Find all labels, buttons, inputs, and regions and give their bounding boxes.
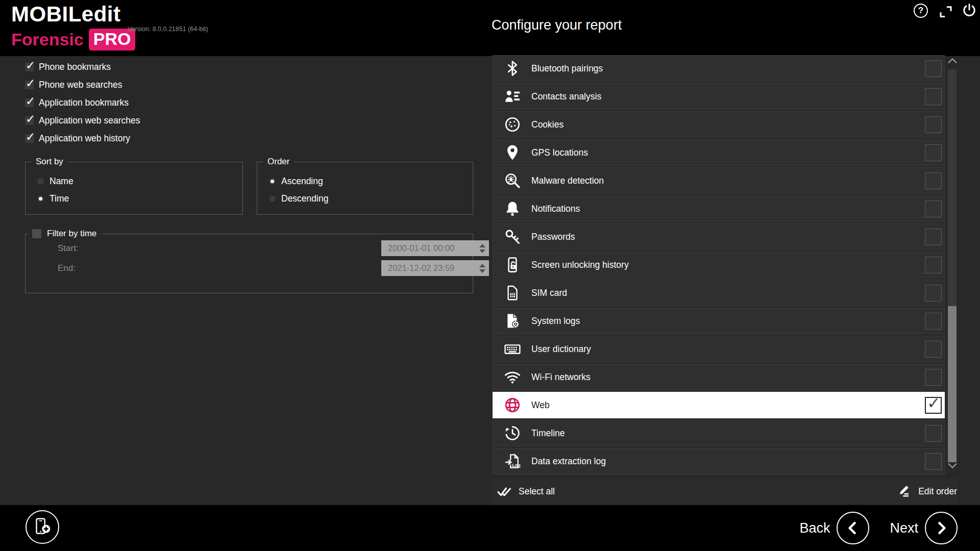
scroll-down-button[interactable]	[947, 462, 958, 472]
report-item-user-dictionary[interactable]: User dictionary	[493, 336, 945, 362]
report-item-label: SIM card	[531, 288, 567, 298]
option-row-phone-bookmarks[interactable]: Phone bookmarks	[25, 58, 140, 76]
report-item-label: Bluetooth pairings	[531, 63, 603, 74]
radio-button[interactable]	[37, 195, 44, 202]
report-item-web[interactable]: Web	[493, 392, 945, 418]
stepper-up-icon[interactable]	[479, 264, 485, 267]
report-item-malware-detection[interactable]: Malware detection	[493, 167, 945, 194]
report-item-checkbox[interactable]	[925, 313, 942, 330]
report-item-label: Notifications	[531, 204, 580, 214]
radio-label: Ascending	[281, 176, 323, 187]
radio-button[interactable]	[269, 178, 276, 185]
report-item-label: Screen unlocking history	[531, 260, 629, 270]
end-date-stepper[interactable]	[476, 260, 489, 276]
report-item-checkbox[interactable]	[925, 144, 942, 161]
chevron-right-icon	[933, 519, 950, 537]
report-item-checkbox[interactable]	[925, 88, 942, 105]
radio-label: Name	[50, 176, 74, 187]
dictionary-icon	[503, 339, 522, 359]
svg-text:Log: Log	[512, 463, 520, 468]
report-item-checkbox[interactable]	[925, 453, 942, 470]
start-date-field[interactable]: 2000-01-01 00:00	[381, 240, 489, 256]
back-label: Back	[799, 520, 830, 536]
radio-option-time[interactable]: Time	[37, 193, 69, 204]
start-date-stepper[interactable]	[476, 240, 489, 256]
radio-button[interactable]	[269, 195, 276, 202]
report-item-checkbox[interactable]	[925, 425, 942, 442]
power-button[interactable]	[962, 3, 977, 18]
report-item-system-logs[interactable]: System logs	[493, 308, 945, 334]
checkbox[interactable]	[25, 81, 34, 89]
report-item-checkbox[interactable]	[925, 229, 942, 245]
chevron-up-icon	[947, 57, 958, 64]
help-button[interactable]	[913, 3, 928, 18]
report-item-data-extraction-log[interactable]: LogData extraction log	[493, 448, 945, 474]
report-item-checkbox[interactable]	[925, 116, 942, 133]
add-phone-icon	[31, 515, 54, 539]
sort-by-legend: Sort by	[31, 157, 68, 167]
start-date-value: 2000-01-01 00:00	[381, 243, 476, 253]
timeline-icon	[503, 423, 522, 443]
checkbox-label: Application web searches	[39, 115, 140, 126]
report-item-checkbox[interactable]	[925, 172, 942, 189]
radio-option-descending[interactable]: Descending	[269, 193, 328, 204]
passwords-icon	[503, 227, 522, 246]
radio-option-ascending[interactable]: Ascending	[269, 176, 323, 187]
report-item-passwords[interactable]: Passwords	[493, 223, 945, 250]
filter-by-time-group: Filter by time Start: 2000-01-01 00:00 E…	[25, 234, 473, 293]
option-row-application-web-history[interactable]: Application web history	[25, 130, 140, 147]
notifications-icon	[503, 199, 522, 218]
list-footer-bar: Select all Edit order	[493, 479, 958, 504]
checkbox[interactable]	[25, 98, 34, 107]
report-item-checkbox[interactable]	[925, 369, 942, 386]
add-device-button[interactable]	[26, 510, 59, 544]
report-item-checkbox[interactable]	[925, 397, 942, 414]
stepper-down-icon[interactable]	[479, 269, 485, 273]
report-item-timeline[interactable]: Timeline	[493, 420, 945, 446]
report-item-wi-fi-networks[interactable]: Wi-Fi networks	[493, 364, 945, 390]
select-all-button[interactable]: Select all	[497, 484, 555, 498]
report-item-checkbox[interactable]	[925, 341, 942, 358]
report-item-label: System logs	[531, 316, 580, 327]
scroll-up-button[interactable]	[947, 57, 958, 67]
version-label: Version: 8.0.0.21851 (64-bit)	[128, 26, 208, 33]
report-item-screen-unlocking-history[interactable]: Screen unlocking history	[493, 252, 945, 278]
checkbox-label: Application web history	[39, 133, 130, 144]
report-item-notifications[interactable]: Notifications	[493, 195, 945, 222]
sort-by-group: Sort by NameTime	[25, 162, 243, 215]
report-item-checkbox[interactable]	[925, 201, 942, 217]
stepper-down-icon[interactable]	[479, 249, 485, 253]
report-item-checkbox[interactable]	[925, 285, 942, 302]
checkbox[interactable]	[25, 116, 34, 125]
checkbox[interactable]	[25, 63, 34, 71]
report-item-label: GPS locations	[531, 147, 588, 158]
report-item-label: Cookies	[531, 119, 564, 130]
next-button[interactable]	[925, 512, 958, 544]
option-row-application-web-searches[interactable]: Application web searches	[25, 112, 140, 130]
checkbox-label: Phone bookmarks	[39, 62, 111, 72]
report-item-sim-card[interactable]: SIM card	[493, 280, 945, 306]
report-items-list: Bluetooth pairingsContacts analysisCooki…	[493, 55, 945, 476]
option-row-phone-web-searches[interactable]: Phone web searches	[25, 76, 140, 94]
end-date-field[interactable]: 2021-12-02 23:59	[381, 260, 489, 276]
radio-option-name[interactable]: Name	[37, 176, 74, 187]
option-row-application-bookmarks[interactable]: Application bookmarks	[25, 94, 140, 112]
report-item-cookies[interactable]: Cookies	[493, 111, 945, 138]
filter-by-time-checkbox[interactable]	[32, 229, 41, 238]
report-item-label: Passwords	[531, 232, 575, 242]
radio-button[interactable]	[37, 178, 44, 185]
resize-button[interactable]	[938, 4, 953, 19]
report-item-contacts-analysis[interactable]: Contacts analysis	[493, 83, 945, 110]
radio-label: Descending	[281, 193, 328, 204]
edit-order-button[interactable]: Edit order	[896, 484, 957, 498]
checkbox[interactable]	[25, 134, 34, 143]
system-logs-icon	[503, 311, 522, 331]
stepper-up-icon[interactable]	[479, 244, 485, 247]
back-button[interactable]	[837, 512, 869, 544]
radio-label: Time	[50, 193, 69, 204]
report-item-gps-locations[interactable]: GPS locations	[493, 139, 945, 166]
scrollbar-thumb[interactable]	[948, 306, 957, 462]
report-item-checkbox[interactable]	[925, 60, 942, 77]
report-item-checkbox[interactable]	[925, 257, 942, 273]
report-item-bluetooth-pairings[interactable]: Bluetooth pairings	[493, 55, 945, 82]
